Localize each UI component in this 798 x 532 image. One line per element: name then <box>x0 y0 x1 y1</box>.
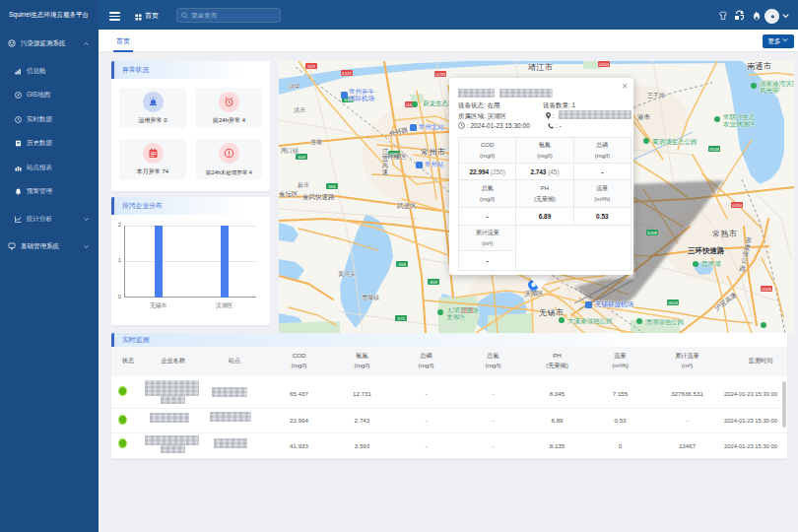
svg-text:G233: G233 <box>435 72 446 77</box>
svg-text:S86: S86 <box>328 184 336 189</box>
svg-text:S75: S75 <box>397 316 405 321</box>
svg-text:G204: G204 <box>599 62 610 67</box>
svg-text:S29: S29 <box>307 64 315 69</box>
svg-text:S48: S48 <box>298 155 305 160</box>
svg-text:S122: S122 <box>342 71 352 76</box>
svg-text:S338: S338 <box>647 231 657 235</box>
svg-text:G524: G524 <box>668 300 679 305</box>
svg-text:G528: G528 <box>709 147 720 152</box>
svg-text:G204: G204 <box>732 203 743 208</box>
svg-text:G346: G346 <box>762 287 772 292</box>
svg-text:S58: S58 <box>398 262 406 267</box>
svg-text:S58: S58 <box>430 280 437 285</box>
